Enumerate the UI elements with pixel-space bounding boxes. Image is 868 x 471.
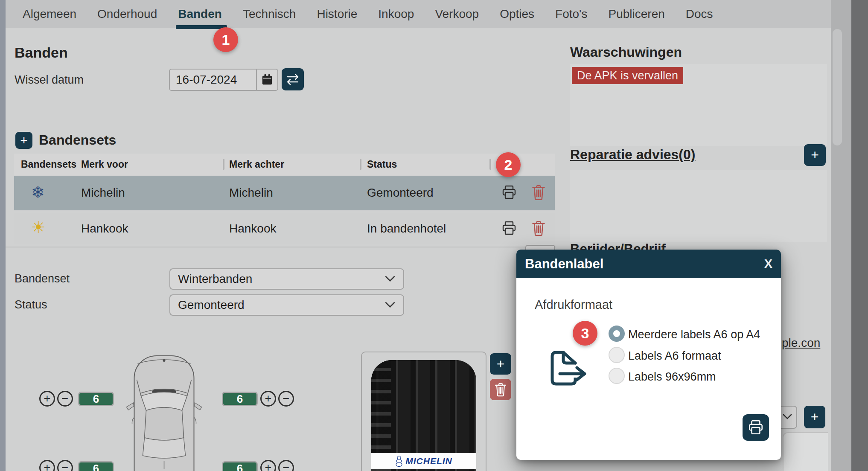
bandenset-label: Bandenset xyxy=(15,272,70,285)
chevron-down-icon xyxy=(782,413,792,420)
afdrukformaat-label: Afdrukformaat xyxy=(535,298,612,312)
printer-icon xyxy=(501,184,518,201)
chevron-down-icon xyxy=(384,275,396,283)
cell-merk-achter: Hankook xyxy=(229,222,277,236)
tab-inkoop[interactable]: Inkoop xyxy=(378,7,414,21)
depth-value-front-right[interactable]: 6 xyxy=(222,392,258,406)
tab-onderhoud[interactable]: Onderhoud xyxy=(97,7,157,21)
trash-icon xyxy=(531,184,546,201)
car-top-view-diagram xyxy=(120,353,208,471)
add-tire-photo-button[interactable]: + xyxy=(490,353,511,375)
left-edge-strip xyxy=(0,0,6,471)
tab-algemeen[interactable]: Algemeen xyxy=(23,7,76,21)
add-item-button[interactable]: + xyxy=(804,406,825,428)
tab-verkoop[interactable]: Verkoop xyxy=(435,7,479,21)
depth-increase-front-right[interactable]: + xyxy=(260,391,276,407)
col-merk-achter: Merk achter xyxy=(229,159,284,170)
tab-technisch[interactable]: Technisch xyxy=(243,7,296,21)
depth-value-rear-left[interactable]: 6 xyxy=(78,461,114,471)
table-row-zomerset[interactable]: ☀ Hankook Hankook In bandenhotel xyxy=(14,213,555,244)
car-illustration xyxy=(120,353,208,471)
page-title: Banden xyxy=(15,44,68,61)
cell-status: Gemonteerd xyxy=(367,186,434,200)
clipped-section-heading: Berijder/Bedrijf xyxy=(570,241,698,250)
delete-set-button[interactable] xyxy=(531,220,550,237)
wissel-datum-value[interactable]: 16-07-2024 xyxy=(170,73,256,87)
col-merk-voor: Merk voor xyxy=(81,159,128,170)
app-window: Algemeen Onderhoud Banden Technisch Hist… xyxy=(0,0,868,471)
wissel-datum-input[interactable]: 16-07-2024 xyxy=(169,69,278,91)
annotation-step-1: 1 xyxy=(213,27,238,52)
table-row-winterset[interactable]: ❄ Michelin Michelin Gemonteerd xyxy=(14,176,555,210)
bandenset-select-value: Winterbanden xyxy=(178,272,384,286)
modal-header: Bandenlabel X xyxy=(516,250,781,278)
apk-warning-badge: De APK is vervallen xyxy=(572,67,683,84)
repair-advice-heading[interactable]: Reparatie advies(0) xyxy=(570,147,695,163)
col-bandensets: Bandensets xyxy=(21,159,76,170)
modal-title: Bandenlabel xyxy=(525,256,764,272)
tire-brand-label: MICHELIN xyxy=(405,456,452,466)
swap-tires-button[interactable] xyxy=(282,68,304,90)
table-divider xyxy=(6,247,556,247)
wissel-datum-label: Wissel datum xyxy=(15,73,84,87)
bandenlabel-modal: Bandenlabel X Afdrukformaat Meerdere lab… xyxy=(516,250,781,460)
depth-decrease-front-right[interactable]: − xyxy=(278,391,294,407)
depth-increase-rear-left[interactable]: + xyxy=(39,460,55,471)
depth-decrease-rear-right[interactable]: − xyxy=(278,460,294,471)
tab-fotos[interactable]: Foto's xyxy=(555,7,587,21)
depth-value-front-left[interactable]: 6 xyxy=(78,392,114,406)
add-bandenset-button[interactable]: + xyxy=(15,132,32,149)
tab-historie[interactable]: Historie xyxy=(317,7,357,21)
modal-print-button[interactable] xyxy=(743,414,769,441)
bandenset-select[interactable]: Winterbanden xyxy=(169,268,404,290)
tab-publiceren[interactable]: Publiceren xyxy=(608,7,664,21)
repair-advice-panel xyxy=(570,170,827,242)
close-icon[interactable]: X xyxy=(764,257,772,271)
tire-photo: MICHELIN xyxy=(371,360,476,471)
sun-icon: ☀ xyxy=(31,219,46,236)
active-tab-indicator xyxy=(176,25,227,29)
depth-decrease-front-left[interactable]: − xyxy=(57,391,73,407)
calendar-icon[interactable] xyxy=(256,70,277,90)
depth-increase-front-left[interactable]: + xyxy=(39,391,55,407)
tab-docs[interactable]: Docs xyxy=(686,7,713,21)
printer-icon xyxy=(747,419,765,436)
column-divider xyxy=(360,159,361,170)
radio-label-meerdere-a6-op-a4[interactable]: Meerdere labels A6 op A4 xyxy=(628,328,760,341)
delete-set-button[interactable] xyxy=(531,184,550,201)
tab-banden-label: Banden xyxy=(178,7,222,20)
snowflake-icon: ❄ xyxy=(31,184,45,201)
depth-value-rear-right[interactable]: 6 xyxy=(222,461,258,471)
scrollbar-thumb[interactable] xyxy=(833,29,842,145)
add-repair-advice-button[interactable]: + xyxy=(804,144,826,166)
michelin-man-icon xyxy=(395,456,403,467)
print-label-button[interactable] xyxy=(501,220,519,237)
status-select[interactable]: Gemonteerd xyxy=(169,294,404,316)
swap-arrows-icon xyxy=(285,73,300,85)
trash-icon xyxy=(531,220,546,236)
annotation-step-2: 2 xyxy=(496,152,521,177)
depth-increase-rear-right[interactable]: + xyxy=(260,460,276,471)
print-label-button[interactable] xyxy=(501,184,519,201)
radio-meerdere-a6-op-a4[interactable] xyxy=(609,326,625,342)
trash-icon xyxy=(494,382,507,397)
tab-opties[interactable]: Opties xyxy=(500,7,534,21)
clipped-input-top xyxy=(525,245,555,250)
radio-labels-96x96[interactable] xyxy=(609,368,625,384)
tab-banden[interactable]: Banden xyxy=(178,7,222,21)
delete-tire-photo-button[interactable] xyxy=(490,379,511,400)
partial-email-link[interactable]: ple.con xyxy=(782,336,820,350)
annotation-step-3: 3 xyxy=(573,321,597,346)
radio-labels-a6[interactable] xyxy=(609,347,625,363)
radio-label-labels-96x96[interactable]: Labels 96x96mm xyxy=(628,370,716,384)
bandensets-title: Bandensets xyxy=(39,132,116,148)
partial-panel xyxy=(783,432,828,471)
radio-label-labels-a6[interactable]: Labels A6 formaat xyxy=(628,349,721,363)
window-edge-strip xyxy=(851,0,868,471)
cell-merk-voor: Michelin xyxy=(81,186,125,200)
export-file-icon xyxy=(548,349,592,390)
status-select-value: Gemonteerd xyxy=(178,298,384,312)
depth-decrease-rear-left[interactable]: − xyxy=(57,460,73,471)
status-label: Status xyxy=(15,298,47,311)
bandensets-table-header: Bandensets Merk voor Merk achter Status xyxy=(14,154,555,175)
